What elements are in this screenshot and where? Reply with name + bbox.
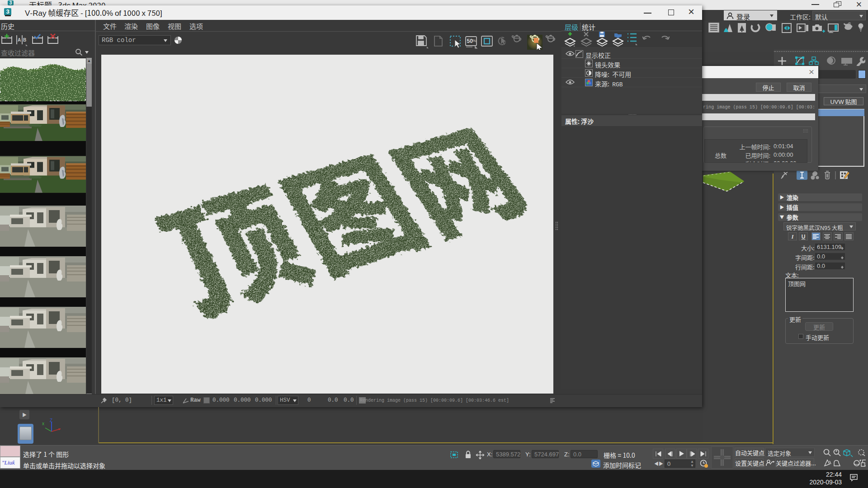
svg-text:%: %: [472, 38, 476, 43]
svg-text:A: A: [18, 38, 21, 42]
svg-text:B: B: [23, 38, 26, 42]
svg-text:x: x: [42, 421, 44, 426]
svg-text:Z: Z: [50, 418, 52, 423]
